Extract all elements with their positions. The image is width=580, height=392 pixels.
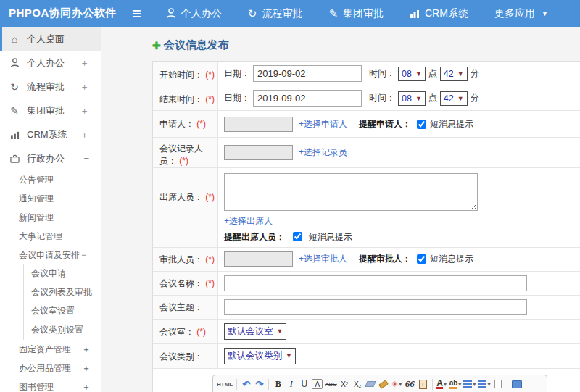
required-mark: (*) [205, 254, 215, 264]
font-color-button[interactable]: A▾ [436, 378, 447, 391]
select-caret-icon: ▼ [457, 95, 464, 102]
nav-more-apps[interactable]: 更多应用 ▼ [494, 7, 548, 20]
sidebar-item-announcements[interactable]: 公告管理 [0, 170, 101, 189]
underline-button[interactable]: U [299, 378, 310, 391]
sidebar-item-milestones[interactable]: 大事记管理 [0, 227, 101, 246]
bold-button[interactable]: B [273, 378, 283, 391]
redo-icon[interactable]: ↷ [254, 378, 265, 391]
sidebar-item-library[interactable]: 图书管理 ＋ [0, 378, 101, 392]
end-hour-select[interactable]: 08▼ [398, 91, 426, 106]
remove-format-button[interactable]: A [312, 379, 323, 389]
sidebar-item-desktop[interactable]: ⌂ 个人桌面 [0, 27, 101, 51]
fullscreen-icon[interactable] [511, 378, 522, 391]
app-logo: PHPOA协同办公软件 [0, 7, 132, 20]
required-mark: (*) [205, 192, 215, 202]
new-page-icon[interactable] [492, 378, 503, 391]
expand-icon: ＋ [82, 381, 91, 392]
sidebar-item-meeting-room-settings[interactable]: 会议室设置 [24, 302, 101, 321]
sidebar-item-fixed-assets[interactable]: 固定资产管理 ＋ [0, 340, 101, 359]
top-navbar: PHPOA协同办公软件 ≡ 个人办公 ↻ 流程审批 ✎ 集团审批 CRM系统 更… [0, 0, 580, 27]
meeting-topic-input[interactable] [224, 299, 527, 315]
strikethrough-button[interactable]: ABC [325, 378, 336, 391]
choose-recorder-link[interactable]: +选择记录员 [299, 146, 347, 159]
superscript-button[interactable]: X² [339, 378, 350, 391]
row-recorder: 会议记录人员： (*) +选择记录员 [153, 138, 580, 168]
subscript-button[interactable]: X₂ [352, 378, 363, 391]
unordered-list-icon[interactable]: ▾ [478, 378, 490, 391]
meeting-form: 开始时间： (*) 日期： 时间： 08▼ 点 42▼ 分 结束时间： (*) … [152, 61, 580, 392]
applicant-sms-checkbox[interactable] [417, 120, 426, 129]
end-date-input[interactable] [253, 90, 362, 107]
required-mark: (*) [205, 94, 215, 104]
approver-sms-checkbox[interactable] [417, 254, 426, 264]
row-meeting-room: 会议室： (*) 默认会议室▼ [153, 320, 580, 344]
approver-input[interactable] [224, 251, 293, 267]
expand-icon[interactable]: ＋ [80, 80, 89, 93]
meeting-name-input[interactable] [224, 275, 527, 291]
end-minute-select[interactable]: 42▼ [440, 91, 468, 106]
expand-icon[interactable]: ＋ [80, 104, 89, 117]
row-applicant: 申请人： (*) +选择申请人 提醒申请人： 短消息提示 [153, 111, 580, 138]
sidebar-item-group-approval[interactable]: ✎ 集团审批 ＋ [0, 99, 101, 122]
required-mark: (*) [179, 156, 188, 166]
sidebar-item-notices[interactable]: 通知管理 [0, 189, 101, 208]
row-meeting-name: 会议名称： (*) [153, 272, 580, 296]
recorder-input[interactable] [224, 145, 293, 160]
user-icon [9, 58, 20, 68]
highlight-color-button[interactable]: ab▾ [450, 378, 462, 391]
meeting-room-select[interactable]: 默认会议室▼ [224, 323, 286, 340]
expand-icon: ＋ [82, 362, 91, 375]
choose-approver-link[interactable]: +选择审批人 [299, 253, 347, 265]
expand-icon[interactable]: ＋ [80, 128, 89, 141]
sidebar-item-process-approval[interactable]: ↻ 流程审批 ＋ [0, 75, 101, 99]
html-source-button[interactable]: HTML [217, 378, 233, 391]
expand-icon: ＋ [82, 343, 91, 356]
required-mark: (*) [205, 278, 215, 288]
nav-crm-system[interactable]: CRM系统 [410, 7, 468, 20]
sidebar-item-personal-office[interactable]: 个人办公 ＋ [0, 51, 101, 75]
choose-applicant-link[interactable]: +选择申请人 [299, 118, 347, 130]
sidebar-item-meeting-type-settings[interactable]: 会议类别设置 [24, 321, 101, 340]
row-attendees: 出席人员： (*) +选择出席人 提醒出席人员： 短消息提示 [153, 168, 580, 248]
sidebar-item-meeting-list-approval[interactable]: 会议列表及审批 [24, 283, 101, 302]
select-caret-icon: ▼ [277, 328, 283, 335]
italic-button[interactable]: I [286, 378, 297, 391]
brush-icon[interactable] [378, 378, 389, 391]
row-meeting-topic: 会议主题： [153, 296, 580, 320]
paste-word-icon[interactable]: T [418, 378, 428, 391]
start-minute-select[interactable]: 42▼ [440, 67, 468, 81]
attendees-sms-checkbox[interactable] [293, 232, 302, 241]
sidebar-item-news[interactable]: 新闻管理 [0, 208, 101, 227]
required-mark: (*) [205, 70, 215, 80]
format-painter-icon[interactable]: ✳▾ [392, 378, 402, 391]
collapse-icon[interactable]: − [83, 153, 89, 164]
start-hour-select[interactable]: 08▼ [398, 67, 426, 81]
applicant-input[interactable] [224, 117, 293, 132]
blockquote-button[interactable]: 66 [405, 378, 415, 391]
expand-icon[interactable]: ＋ [80, 57, 89, 70]
undo-icon[interactable]: ↶ [241, 378, 252, 391]
sidebar-item-admin-office[interactable]: 行政办公 − [0, 146, 101, 170]
start-date-input[interactable] [253, 65, 362, 82]
collapse-icon: − [81, 250, 86, 260]
nav-process-approval[interactable]: ↻ 流程审批 [248, 7, 303, 20]
user-icon [166, 8, 176, 19]
attendees-textarea[interactable] [224, 173, 478, 211]
ordered-list-icon[interactable]: ▾ [463, 378, 476, 391]
row-editor: HTML ↶ ↷ B I U A ABC X² X₂ [153, 369, 580, 392]
nav-personal-office[interactable]: 个人办公 [166, 7, 222, 20]
richtext-editor: HTML ↶ ↷ B I U A ABC X² X₂ [212, 375, 547, 392]
nav-group-approval[interactable]: ✎ 集团审批 [328, 7, 384, 20]
sidebar-item-meeting-apply[interactable]: 会议申请 [24, 264, 101, 283]
row-end-time: 结束时间： (*) 日期： 时间： 08▼ 点 42▼ 分 [153, 86, 580, 111]
select-caret-icon: ▼ [286, 352, 292, 359]
sidebar-item-crm[interactable]: CRM系统 ＋ [0, 122, 101, 146]
hamburger-icon[interactable]: ≡ [132, 6, 141, 22]
sidebar-item-meeting-group[interactable]: 会议申请及安排 − [0, 246, 101, 264]
editor-toolbar-row1: HTML ↶ ↷ B I U A ABC X² X₂ [213, 375, 547, 392]
meeting-submenu: 会议申请 会议列表及审批 会议室设置 会议类别设置 [23, 264, 101, 340]
meeting-type-select[interactable]: 默认会议类别▼ [224, 348, 296, 364]
eraser-icon[interactable] [365, 378, 376, 391]
sidebar-item-office-supplies[interactable]: 办公用品管理 ＋ [0, 359, 101, 378]
choose-attendees-link[interactable]: +选择出席人 [224, 216, 273, 226]
